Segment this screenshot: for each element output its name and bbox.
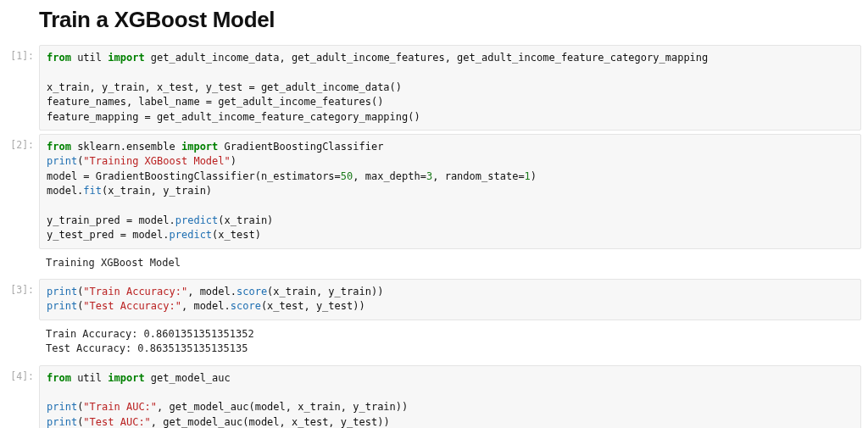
code-token-fn: score	[236, 286, 267, 297]
code-input[interactable]: from sklearn.ensemble import GradientBoo…	[39, 134, 861, 249]
output-text: Train Accuracy: 0.8601351351351352 Test …	[46, 327, 854, 357]
code-token-str: "Training XGBoost Model"	[83, 155, 230, 167]
code-cell: [1]:from util import get_adult_income_da…	[0, 45, 868, 131]
output-prompt	[0, 324, 39, 329]
code-token-str: "Train AUC:"	[83, 401, 157, 413]
code-source[interactable]: from util import get_adult_income_data, …	[47, 51, 854, 125]
code-token-kw: import	[108, 372, 144, 384]
code-token-fn: predict	[170, 229, 213, 241]
cells-container: [1]:from util import get_adult_income_da…	[0, 45, 868, 428]
input-prompt: [4]:	[0, 365, 39, 382]
code-token-kw: from	[47, 372, 71, 384]
section-heading: Train a XGBoost Model	[39, 7, 868, 33]
code-cell: [4]:from util import get_model_auc print…	[0, 365, 868, 428]
output-prompt	[0, 253, 39, 258]
code-token-num: 1	[525, 170, 531, 182]
code-token-fn: fit	[83, 185, 102, 197]
code-token-fn: print	[47, 401, 77, 413]
code-token-str: "Test AUC:"	[83, 416, 150, 428]
input-prompt: [1]:	[0, 45, 39, 62]
code-cell: [2]:from sklearn.ensemble import Gradien…	[0, 134, 868, 249]
cell-output: Train Accuracy: 0.8601351351351352 Test …	[39, 324, 861, 362]
output-cell: Train Accuracy: 0.8601351351351352 Test …	[0, 324, 868, 362]
code-token-fn: print	[47, 155, 77, 167]
output-text: Training XGBoost Model	[46, 256, 854, 270]
code-source[interactable]: from sklearn.ensemble import GradientBoo…	[47, 140, 854, 243]
code-token-fn: print	[47, 416, 77, 428]
input-prompt: [3]:	[0, 279, 39, 296]
code-token-fn: print	[47, 300, 77, 312]
code-token-kw: from	[47, 52, 71, 64]
code-input[interactable]: from util import get_model_auc print("Tr…	[39, 365, 861, 428]
code-token-fn: score	[231, 300, 261, 312]
notebook: Train a XGBoost Model [1]:from util impo…	[0, 0, 868, 428]
cell-output: Training XGBoost Model	[39, 253, 861, 275]
code-token-fn: print	[47, 286, 77, 297]
code-token-str: "Train Accuracy:"	[83, 286, 187, 297]
code-token-kw: import	[181, 141, 218, 153]
code-token-fn: predict	[175, 214, 219, 226]
output-cell: Training XGBoost Model	[0, 253, 868, 275]
code-input[interactable]: from util import get_adult_income_data, …	[39, 45, 861, 131]
code-source[interactable]: from util import get_model_auc print("Tr…	[47, 371, 854, 428]
code-input[interactable]: print("Train Accuracy:", model.score(x_t…	[39, 279, 861, 320]
code-token-str: "Test Accuracy:"	[83, 300, 181, 312]
input-prompt: [2]:	[0, 134, 39, 151]
code-cell: [3]:print("Train Accuracy:", model.score…	[0, 279, 868, 320]
code-token-kw: from	[47, 141, 71, 153]
code-source[interactable]: print("Train Accuracy:", model.score(x_t…	[47, 285, 854, 314]
code-token-kw: import	[108, 52, 144, 64]
code-token-num: 50	[341, 170, 353, 182]
code-token-num: 3	[426, 170, 432, 182]
